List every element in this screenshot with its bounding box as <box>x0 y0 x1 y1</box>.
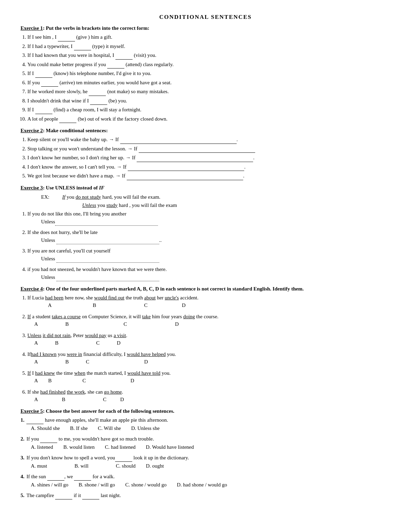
list-item: You could make better progress if you (a… <box>27 61 390 69</box>
blank <box>115 454 132 462</box>
blank <box>55 492 72 500</box>
li-row: 4. If the sun , we for a walk. <box>21 473 390 481</box>
ex3-sentence: If she does not hurry, she'll be late <box>27 228 390 236</box>
ex1-label: Exercise 1 <box>21 25 43 31</box>
ex4-sentence: If she had finished the work, she can go… <box>27 388 390 396</box>
ex5-item: 3. If you don't know how to spell a word… <box>21 454 390 470</box>
ex4-item: If I had knew the time when the match st… <box>27 369 390 385</box>
if-italic: IF <box>99 185 104 190</box>
list-item: If you are not careful, you'll cut yours… <box>27 247 390 263</box>
ex3-ex1-text: you do not study hard, you will fail the… <box>65 194 160 200</box>
blank-long <box>128 163 244 171</box>
blank <box>26 416 43 424</box>
choices-row: A. listened B. would listen C. had liste… <box>31 443 390 451</box>
ex2-label: Exercise 2 <box>21 128 43 133</box>
ex4-item: If Lucia had been here now, she would fi… <box>27 294 390 309</box>
page-title: CONDITIONAL SENTENCES <box>21 14 390 21</box>
ex3-example1: EX: If you do not study hard, you will f… <box>41 193 390 201</box>
label-a: A <box>34 339 38 347</box>
list-item: If I see him , I (give ) him a gift. <box>27 33 390 41</box>
ex3-instruction2: instead of <box>75 185 99 190</box>
li-num: 2. <box>21 435 24 443</box>
choice-a: A. Should she <box>31 424 60 432</box>
label-d: D <box>144 358 148 366</box>
exercise5-list: 1. have enough apples, she'll make an ap… <box>21 416 390 500</box>
ex4-label: Exercise 4 <box>21 286 43 292</box>
list-item: I don't know the answer, so I can't tell… <box>27 163 390 171</box>
blank <box>107 61 124 69</box>
ex4-item: If she had finished the work, she can go… <box>27 388 390 404</box>
ex5-text: If you don't know how to spell a word, y… <box>26 454 189 462</box>
choice-c: C. Will she <box>98 424 121 432</box>
choice-b: B. shone / will go <box>79 481 115 489</box>
exercise2-list: Keep silent or you'll wake the baby up. … <box>27 136 390 180</box>
exercise2-section: Exercise 2: Make conditional sentences: … <box>21 128 390 180</box>
blank <box>41 79 58 87</box>
ex5-item: 1. have enough apples, she'll make an ap… <box>21 416 390 432</box>
ex3-label: Exercise 3 <box>21 185 43 190</box>
li-num: 3. <box>21 454 24 462</box>
list-item: If I (find) a cheap room, I will stay a … <box>27 106 390 114</box>
dotted-blank <box>57 273 159 281</box>
li-num: 5. <box>21 492 24 499</box>
li-row: 2. If you to me, you wouldn't have got s… <box>21 435 390 443</box>
label-c: C <box>86 358 89 366</box>
exercise4-section: Exercise 4: One of the four underlined p… <box>21 286 390 404</box>
exercise5-section: Exercise 5: Choose the best answer for e… <box>21 408 390 500</box>
choice-c: C. had listened <box>105 443 136 451</box>
ex5-item: 5. The campfire if it last night. <box>21 492 390 500</box>
label-d: D <box>182 301 186 309</box>
label-a: A <box>34 320 38 328</box>
abcd-row: A B C D <box>34 396 390 404</box>
blank <box>47 473 64 481</box>
blank <box>82 492 99 500</box>
label-b: B <box>48 377 52 385</box>
blank-long <box>139 145 255 153</box>
ex4-sentence: Ifhad I known you were in financial diff… <box>27 350 390 358</box>
list-item: We got lost because we didn't have a map… <box>27 172 390 180</box>
unless-line: Unless <box>41 218 390 226</box>
exercise3-heading: Exercise 3: Use UNLESS instead of IF <box>21 185 390 191</box>
choices-row: A. shines / will go B. shone / will go C… <box>31 481 390 489</box>
choice-a: A. shines / will go <box>31 481 68 489</box>
choices-row: A. must B. will C. should D. ought <box>31 462 390 470</box>
label-a: A <box>34 396 38 404</box>
label-b: B <box>55 339 59 347</box>
choice-b: B. would listen <box>63 443 95 451</box>
blank <box>74 473 91 481</box>
list-item: if you had not sneezed, he wouldn't have… <box>27 265 390 281</box>
abcd-row: A B C D <box>34 320 390 328</box>
ex5-text: If you to me, you wouldn't have got so m… <box>26 435 154 443</box>
ex5-text: If the sun , we for a walk. <box>26 473 114 481</box>
blank <box>40 435 57 443</box>
ex5-text: The campfire if it last night. <box>26 492 121 500</box>
exercise2-heading: Exercise 2: Make conditional sentences: <box>21 128 390 134</box>
ex2-instruction: : Make conditional sentences: <box>43 128 108 133</box>
ex5-text: have enough apples, she'll make an apple… <box>26 416 168 424</box>
choice-a: A. must <box>31 462 47 470</box>
dotted-blank <box>55 218 158 226</box>
label-c: C <box>103 396 107 404</box>
choice-b: B. will <box>75 462 89 470</box>
blank <box>74 42 91 51</box>
ex4-item: Ifhad I known you were in financial diff… <box>27 350 390 366</box>
label-b: B <box>93 301 96 309</box>
choice-a: A. listened <box>31 443 53 451</box>
exercise1-section: Exercise 1: Put the verbs in brackets in… <box>21 25 390 123</box>
list-item: If I (know) his telephone number, I'd gi… <box>27 70 390 78</box>
label-c: C <box>96 339 100 347</box>
blank <box>35 70 52 78</box>
label-a: A <box>34 358 38 366</box>
abcd-row: A B C D <box>34 339 390 347</box>
exercise5-heading: Exercise 5: Choose the best answer for e… <box>21 408 390 414</box>
abcd-row: A B C D <box>48 301 390 309</box>
choice-d: D. had shone / would go <box>177 481 227 489</box>
ex5-item: 2. If you to me, you wouldn't have got s… <box>21 435 390 451</box>
ex4-item: Unless it did not rain, Peter would pay … <box>27 332 390 347</box>
label-c: C <box>124 320 127 328</box>
ex5-label: Exercise 5 <box>21 408 43 414</box>
if-italic-ex: If <box>62 194 65 200</box>
exercise3-list: If you do not like this one, I'll bring … <box>27 210 390 281</box>
unless-line: Unless .. <box>41 236 390 244</box>
list-item: If you (arrive) ten minutes earlier, you… <box>27 79 390 87</box>
